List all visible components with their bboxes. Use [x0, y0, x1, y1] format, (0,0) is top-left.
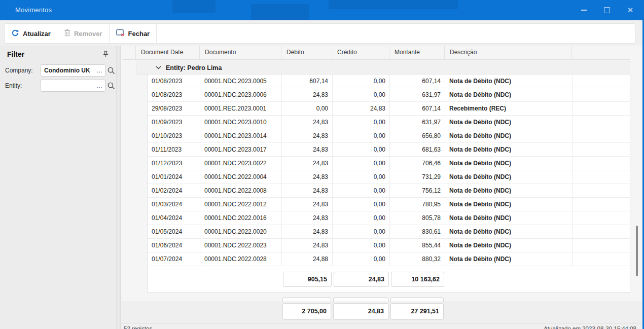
- header-descricao[interactable]: Descrição: [445, 46, 572, 59]
- cell-document-date: 01/02/2024: [148, 184, 200, 197]
- header-montante[interactable]: Montante: [389, 46, 445, 59]
- cell-credito: 0,00: [333, 129, 390, 142]
- cell-document-date: 01/01/2024: [148, 170, 200, 184]
- cell-credito: 0,00: [333, 157, 390, 170]
- cell-debito: 24,83: [282, 116, 333, 129]
- cell-document-date: 01/12/2023: [148, 157, 200, 170]
- company-input[interactable]: Condomínio UK …: [41, 64, 105, 77]
- cell-filler: [573, 239, 630, 252]
- cell-documento: 00001.NDC.2022.0016: [200, 211, 282, 225]
- app-window: Movimentos ✕ Atualizar: [0, 0, 644, 329]
- cell-credito: 0,00: [333, 239, 390, 252]
- cell-descricao: Nota de Débito (NDC): [445, 239, 573, 252]
- cell-descricao: Nota de Débito (NDC): [445, 170, 573, 184]
- cell-descricao: Nota de Débito (NDC): [445, 211, 573, 225]
- cell-filler: [573, 88, 630, 101]
- entity-ellipsis-button[interactable]: …: [95, 82, 103, 89]
- table-row[interactable]: 01/03/2024 00001.NDC.2022.0012 24,83 0,0…: [148, 198, 630, 211]
- cell-documento: 00001.NDC.2023.0005: [200, 75, 282, 88]
- header-credito[interactable]: Crédito: [332, 46, 389, 59]
- atualizar-button[interactable]: Atualizar: [5, 24, 57, 43]
- minimize-icon: [581, 10, 587, 11]
- maximize-icon: [604, 7, 610, 13]
- cell-montante: 756,12: [390, 184, 445, 197]
- company-ellipsis-button[interactable]: …: [95, 67, 103, 74]
- cell-filler: [573, 170, 630, 184]
- cell-filler: [573, 116, 630, 129]
- company-label: Company:: [5, 67, 33, 74]
- cell-documento: 00001.NDC.2023.0006: [200, 88, 282, 101]
- table-row[interactable]: 01/09/2023 00001.NDC.2023.0010 24,83 0,0…: [148, 116, 630, 129]
- table-row[interactable]: 01/05/2024 00001.NDC.2022.0020 24,83 0,0…: [148, 225, 630, 239]
- cell-montante: 780,95: [390, 198, 445, 211]
- trash-icon: [64, 29, 70, 38]
- grand-totals-row: 2 705,00 24,83 27 291,51: [147, 303, 630, 320]
- minimize-button[interactable]: [572, 0, 595, 20]
- entity-label: Entity:: [5, 82, 22, 89]
- table-row[interactable]: 01/02/2024 00001.NDC.2022.0008 24,83 0,0…: [148, 184, 630, 198]
- cell-montante: 880,32: [390, 252, 445, 266]
- cell-documento: 00001.NDC.2023.0022: [200, 157, 282, 170]
- table-row[interactable]: 01/10/2023 00001.NDC.2023.0014 24,83 0,0…: [148, 129, 630, 143]
- group-total-credito: 24,83: [334, 272, 389, 287]
- cell-descricao: Nota de Débito (NDC): [445, 116, 573, 129]
- table-row[interactable]: 01/08/2023 00001.NDC.2023.0006 24,83 0,0…: [148, 88, 630, 102]
- refresh-icon: [11, 29, 19, 39]
- cell-documento: 00001.NDC.2022.0028: [200, 252, 282, 266]
- cell-debito: 607,14: [282, 75, 333, 88]
- cell-descricao: Nota de Débito (NDC): [445, 225, 573, 238]
- header-debito[interactable]: Débito: [281, 46, 332, 59]
- titlebar-shade: [329, 0, 458, 9]
- sidebar-splitter[interactable]: [117, 46, 121, 329]
- cell-filler: [573, 184, 630, 197]
- header-document-date[interactable]: Document Date: [136, 46, 200, 59]
- table-row[interactable]: 01/06/2024 00001.NDC.2022.0023 24,83 0,0…: [148, 239, 630, 252]
- close-window-icon: [116, 29, 125, 38]
- partial-total-box: [282, 297, 331, 302]
- table-row[interactable]: 29/08/2023 00001.REC.2023.0001 0,00 24,8…: [148, 102, 630, 116]
- cell-debito: 24,88: [282, 252, 333, 266]
- cell-documento: 00001.NDC.2022.0004: [200, 170, 282, 184]
- titlebar-shade: [251, 4, 309, 20]
- cell-document-date: 29/08/2023: [148, 102, 200, 115]
- search-icon: [107, 82, 116, 90]
- table-row[interactable]: 01/07/2024 00001.NDC.2022.0028 24,88 0,0…: [148, 252, 630, 266]
- cell-montante: 731,29: [390, 170, 445, 184]
- group-header-pedro-lima[interactable]: Entity: Pedro Lima: [136, 61, 630, 75]
- atualizar-label: Atualizar: [23, 30, 51, 38]
- table-row[interactable]: 01/08/2023 00001.NDC.2023.0005 607,14 0,…: [148, 75, 630, 88]
- entity-input[interactable]: …: [41, 80, 105, 92]
- vertical-scrollbar-thumb[interactable]: [636, 226, 638, 276]
- title-bar[interactable]: Movimentos ✕: [0, 0, 644, 20]
- cell-descricao: Nota de Débito (NDC): [445, 198, 573, 211]
- cell-documento: 00001.NDC.2023.0010: [200, 116, 282, 129]
- fechar-label: Fechar: [128, 30, 150, 38]
- cell-debito: 24,83: [282, 211, 333, 225]
- table-header: Document Date Documento Débito Crédito M…: [123, 46, 630, 60]
- table-row[interactable]: 01/04/2024 00001.NDC.2022.0016 24,83 0,0…: [148, 211, 630, 225]
- cell-document-date: 01/08/2023: [148, 88, 200, 101]
- table-row[interactable]: 01/01/2024 00001.NDC.2022.0004 24,83 0,0…: [148, 170, 630, 184]
- group-body: 01/08/2023 00001.NDC.2023.0005 607,14 0,…: [147, 75, 630, 293]
- pin-icon: [102, 51, 109, 58]
- company-search-button[interactable]: [107, 66, 116, 75]
- totals-spacer: [147, 303, 281, 320]
- cell-descricao: Nota de Débito (NDC): [445, 88, 573, 101]
- status-bar: 52 registos Atualizado em 2023-08-30 15:…: [121, 323, 642, 329]
- cell-descricao: Nota de Débito (NDC): [445, 184, 573, 197]
- maximize-button[interactable]: [595, 0, 619, 20]
- table-row[interactable]: 01/11/2023 00001.NDC.2023.0017 24,83 0,0…: [148, 143, 630, 157]
- entity-search-button[interactable]: [107, 82, 116, 90]
- group-total-montante: 10 163,62: [391, 272, 444, 287]
- cell-filler: [573, 211, 630, 225]
- cell-credito: 0,00: [333, 198, 390, 211]
- cell-debito: 24,83: [282, 157, 333, 170]
- table-row[interactable]: 01/12/2023 00001.NDC.2023.0022 24,83 0,0…: [148, 157, 630, 170]
- chevron-down-icon: [156, 66, 161, 69]
- header-documento[interactable]: Documento: [200, 46, 281, 59]
- close-button[interactable]: ✕: [619, 0, 642, 20]
- cell-debito: 0,00: [282, 102, 333, 115]
- pin-button[interactable]: [101, 50, 110, 59]
- fechar-button[interactable]: Fechar: [110, 24, 157, 43]
- header-indicator-cell: [123, 46, 136, 59]
